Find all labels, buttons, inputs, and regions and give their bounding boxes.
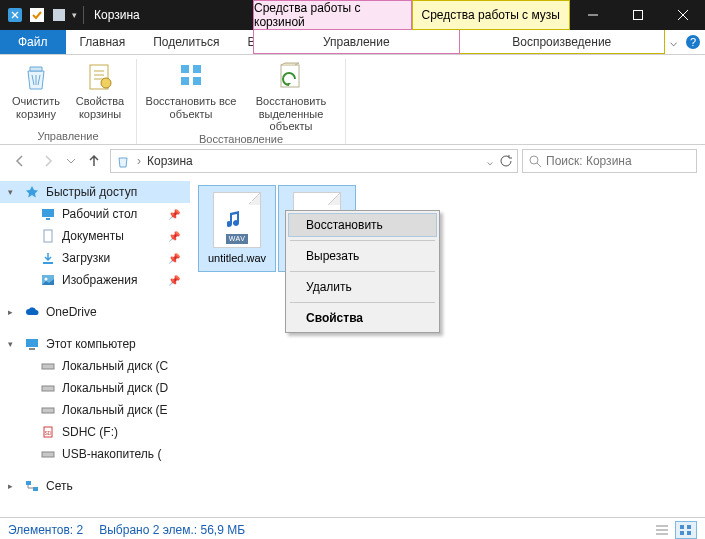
download-icon (40, 250, 56, 266)
recycle-properties-button[interactable]: Свойства корзины (68, 59, 132, 130)
sidebar-item-label: Изображения (62, 273, 137, 287)
svg-point-8 (101, 78, 111, 88)
sidebar-item-drive-d[interactable]: Локальный диск (D (0, 377, 190, 399)
search-icon (529, 155, 542, 168)
tab-playback[interactable]: Воспроизведение (460, 30, 666, 54)
sidebar-item-network[interactable]: ▸ Сеть (0, 475, 190, 497)
drive-icon (40, 358, 56, 374)
sidebar-item-drive-c[interactable]: Локальный диск (C (0, 355, 190, 377)
restore-all-button[interactable]: Восстановить все объекты (141, 59, 241, 133)
ribbon-group-label: Управление (37, 130, 98, 144)
sidebar-item-downloads[interactable]: Загрузки 📌 (0, 247, 190, 269)
context-menu: Восстановить Вырезать Удалить Свойства (285, 210, 440, 333)
pin-icon: 📌 (168, 275, 180, 286)
body: ▾ Быстрый доступ Рабочий стол 📌 Документ… (0, 177, 705, 517)
tab-home[interactable]: Главная (66, 30, 140, 54)
sidebar-item-this-pc[interactable]: ▾ Этот компьютер (0, 333, 190, 355)
svg-rect-29 (42, 452, 54, 457)
sidebar: ▾ Быстрый доступ Рабочий стол 📌 Документ… (0, 177, 190, 517)
refresh-button[interactable] (499, 154, 513, 168)
sidebar-item-label: Загрузки (62, 251, 110, 265)
contextual-tab-recycle[interactable]: Средства работы с корзиной (253, 0, 412, 30)
svg-rect-22 (26, 339, 38, 347)
sidebar-item-pictures[interactable]: Изображения 📌 (0, 269, 190, 291)
usb-icon (40, 446, 56, 462)
back-button[interactable] (8, 149, 32, 173)
titlebar: ▾ Корзина Средства работы с корзиной Сре… (0, 0, 705, 30)
up-button[interactable] (82, 149, 106, 173)
window-controls (570, 0, 705, 30)
drive-icon (40, 380, 56, 396)
file-item[interactable]: WAV untitled.wav (198, 185, 276, 272)
document-icon (40, 228, 56, 244)
search-input[interactable] (546, 154, 696, 168)
help-button[interactable]: ? (681, 30, 705, 54)
pc-icon (24, 336, 40, 352)
maximize-button[interactable] (615, 0, 660, 30)
address-bar: › Корзина ⌵ (0, 145, 705, 177)
tab-share[interactable]: Поделиться (139, 30, 233, 54)
search-box[interactable] (522, 149, 697, 173)
checkbox-icon[interactable] (28, 6, 46, 24)
sidebar-item-label: Локальный диск (E (62, 403, 168, 417)
sidebar-item-label: USB-накопитель ( (62, 447, 161, 461)
status-bar: Элементов: 2 Выбрано 2 элем.: 56,9 МБ (0, 517, 705, 539)
context-menu-properties[interactable]: Свойства (288, 306, 437, 330)
svg-text:?: ? (690, 36, 696, 48)
titlebar-left: ▾ Корзина (0, 0, 253, 30)
desktop-icon (40, 206, 56, 222)
chevron-right-icon[interactable]: ▸ (8, 307, 13, 317)
restore-selected-button[interactable]: Восстановить выделенные объекты (241, 59, 341, 133)
context-menu-separator (290, 271, 435, 272)
context-menu-cut[interactable]: Вырезать (288, 244, 437, 268)
svg-rect-34 (680, 531, 684, 535)
sidebar-item-drive-f[interactable]: SD SDHC (F:) (0, 421, 190, 443)
close-button[interactable] (660, 0, 705, 30)
view-details-button[interactable] (651, 521, 673, 539)
minimize-button[interactable] (570, 0, 615, 30)
breadcrumb[interactable]: Корзина (147, 154, 193, 168)
ribbon-collapse-caret[interactable]: ⌵ (665, 30, 681, 54)
breadcrumb-separator-icon[interactable]: › (137, 154, 141, 168)
svg-rect-17 (46, 218, 50, 220)
chevron-down-icon[interactable]: ▾ (8, 339, 13, 349)
svg-rect-4 (633, 11, 642, 20)
sidebar-item-label: Быстрый доступ (46, 185, 137, 199)
pin-icon: 📌 (168, 253, 180, 264)
sidebar-item-documents[interactable]: Документы 📌 (0, 225, 190, 247)
recycle-bin-icon (20, 61, 52, 93)
address-box[interactable]: › Корзина ⌵ (110, 149, 518, 173)
svg-rect-33 (687, 525, 691, 529)
file-pane[interactable]: WAV untitled.wav Chi Восстановить Выреза… (190, 177, 705, 517)
sidebar-item-desktop[interactable]: Рабочий стол 📌 (0, 203, 190, 225)
sidebar-item-onedrive[interactable]: ▸ OneDrive (0, 301, 190, 323)
svg-rect-9 (181, 77, 189, 85)
empty-recycle-button[interactable]: Очистить корзину (4, 59, 68, 130)
forward-button[interactable] (36, 149, 60, 173)
svg-rect-18 (44, 230, 52, 242)
tab-file[interactable]: Файл (0, 30, 66, 54)
sidebar-item-quick-access[interactable]: ▾ Быстрый доступ (0, 181, 190, 203)
chevron-right-icon[interactable]: ▸ (8, 481, 13, 491)
sidebar-item-drive-e[interactable]: Локальный диск (E (0, 399, 190, 421)
svg-point-21 (45, 278, 48, 281)
sidebar-item-label: Сеть (46, 479, 73, 493)
tab-manage[interactable]: Управление (253, 30, 460, 54)
chevron-down-icon[interactable]: ▾ (8, 187, 13, 197)
context-menu-restore[interactable]: Восстановить (288, 213, 437, 237)
context-menu-delete[interactable]: Удалить (288, 275, 437, 299)
sidebar-item-label: Рабочий стол (62, 207, 137, 221)
view-icons-button[interactable] (675, 521, 697, 539)
recent-locations-button[interactable] (64, 149, 78, 173)
qat-overflow[interactable]: ▾ (72, 10, 77, 20)
svg-rect-16 (42, 209, 54, 217)
svg-rect-35 (687, 531, 691, 535)
ribbon-group-restore: Восстановить все объекты Восстановить вы… (137, 59, 346, 144)
status-selection: Выбрано 2 элем.: 56,9 МБ (99, 523, 245, 537)
sidebar-item-drive-usb[interactable]: USB-накопитель ( (0, 443, 190, 465)
contextual-tab-music[interactable]: Средства работы с музы (412, 0, 571, 30)
address-dropdown-icon[interactable]: ⌵ (487, 156, 493, 167)
titlebar-separator (83, 6, 84, 24)
file-icon-wav: WAV (213, 192, 261, 248)
sidebar-item-label: Этот компьютер (46, 337, 136, 351)
